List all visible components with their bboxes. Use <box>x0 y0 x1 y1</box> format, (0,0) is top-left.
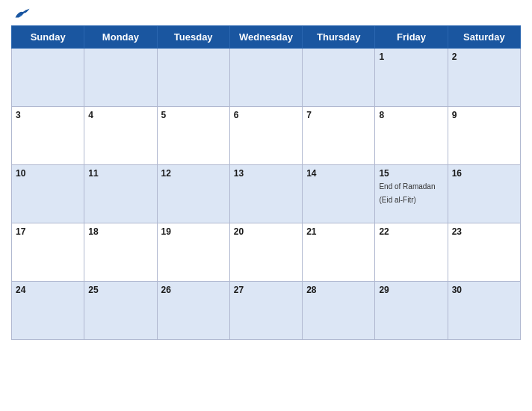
day-number: 23 <box>452 226 516 237</box>
calendar-cell: 18 <box>84 223 157 282</box>
day-number: 6 <box>234 110 298 120</box>
calendar-cell: 1 <box>375 49 448 107</box>
day-number: 11 <box>88 168 152 179</box>
calendar-body: 123456789101112131415End of Ramadan (Eid… <box>12 49 521 340</box>
day-number: 22 <box>379 226 443 237</box>
calendar-cell: 6 <box>229 107 302 165</box>
calendar-cell: 25 <box>84 282 157 340</box>
day-number: 17 <box>16 226 80 237</box>
calendar-cell: 11 <box>84 165 157 223</box>
day-number: 27 <box>234 285 298 295</box>
calendar-cell: 2 <box>448 49 520 107</box>
day-number: 26 <box>161 285 226 295</box>
day-number: 25 <box>88 285 152 295</box>
weekday-header-wednesday: Wednesday <box>229 26 302 49</box>
calendar-cell: 24 <box>12 282 84 340</box>
calendar-cell: 13 <box>229 165 302 223</box>
calendar-cell <box>229 49 302 107</box>
calendar-cell: 16 <box>448 165 520 223</box>
calendar-cell <box>12 49 84 107</box>
week-row-5: 24252627282930 <box>12 282 521 340</box>
calendar-cell: 19 <box>157 223 229 282</box>
calendar-header <box>11 7 521 21</box>
calendar-cell: 26 <box>157 282 229 340</box>
logo <box>14 7 34 21</box>
weekday-header-tuesday: Tuesday <box>157 26 229 49</box>
weekday-header-friday: Friday <box>375 26 448 49</box>
calendar-cell: 29 <box>375 282 448 340</box>
week-row-4: 17181920212223 <box>12 223 521 282</box>
calendar-table: SundayMondayTuesdayWednesdayThursdayFrid… <box>11 25 521 340</box>
day-number: 14 <box>306 168 371 179</box>
day-number: 4 <box>88 110 152 120</box>
calendar-cell: 28 <box>303 282 375 340</box>
calendar-thead: SundayMondayTuesdayWednesdayThursdayFrid… <box>12 26 521 49</box>
day-number: 21 <box>306 226 371 237</box>
day-number: 28 <box>306 285 371 295</box>
calendar-cell <box>157 49 229 107</box>
weekday-header-monday: Monday <box>84 26 157 49</box>
event-text: End of Ramadan (Eid al-Fitr) <box>379 182 435 204</box>
calendar-cell <box>84 49 157 107</box>
calendar-cell: 22 <box>375 223 448 282</box>
calendar-cell: 3 <box>12 107 84 165</box>
day-number: 13 <box>234 168 298 179</box>
day-number: 2 <box>452 52 516 62</box>
day-number: 5 <box>161 110 226 120</box>
day-number: 24 <box>16 285 80 295</box>
weekday-header-row: SundayMondayTuesdayWednesdayThursdayFrid… <box>12 26 521 49</box>
calendar-cell: 14 <box>303 165 375 223</box>
day-number: 12 <box>161 168 226 179</box>
calendar-cell: 10 <box>12 165 84 223</box>
calendar-cell: 7 <box>303 107 375 165</box>
day-number: 10 <box>16 168 80 179</box>
calendar-cell: 4 <box>84 107 157 165</box>
weekday-header-sunday: Sunday <box>12 26 84 49</box>
calendar-cell: 17 <box>12 223 84 282</box>
day-number: 7 <box>306 110 371 120</box>
calendar-cell: 5 <box>157 107 229 165</box>
calendar-cell: 30 <box>448 282 520 340</box>
calendar-cell: 15End of Ramadan (Eid al-Fitr) <box>375 165 448 223</box>
region-label <box>436 7 518 12</box>
day-number: 18 <box>88 226 152 237</box>
weekday-header-thursday: Thursday <box>303 26 375 49</box>
calendar-cell: 12 <box>157 165 229 223</box>
calendar-cell: 20 <box>229 223 302 282</box>
calendar-cell: 8 <box>375 107 448 165</box>
calendar-cell: 9 <box>448 107 520 165</box>
day-number: 29 <box>379 285 443 295</box>
day-number: 20 <box>234 226 298 237</box>
day-number: 8 <box>379 110 443 120</box>
day-number: 15 <box>379 168 443 179</box>
day-number: 1 <box>379 52 443 62</box>
day-number: 9 <box>452 110 516 120</box>
week-row-3: 101112131415End of Ramadan (Eid al-Fitr)… <box>12 165 521 223</box>
calendar-cell: 27 <box>229 282 302 340</box>
day-number: 3 <box>16 110 80 120</box>
calendar-cell: 23 <box>448 223 520 282</box>
day-number: 16 <box>452 168 516 179</box>
logo-bird-icon <box>14 7 31 21</box>
week-row-2: 3456789 <box>12 107 521 165</box>
calendar-container: SundayMondayTuesdayWednesdayThursdayFrid… <box>0 0 532 411</box>
day-number: 19 <box>161 226 226 237</box>
calendar-cell <box>303 49 375 107</box>
calendar-cell: 21 <box>303 223 375 282</box>
weekday-header-saturday: Saturday <box>448 26 520 49</box>
day-number: 30 <box>452 285 516 295</box>
week-row-1: 12 <box>12 49 521 107</box>
